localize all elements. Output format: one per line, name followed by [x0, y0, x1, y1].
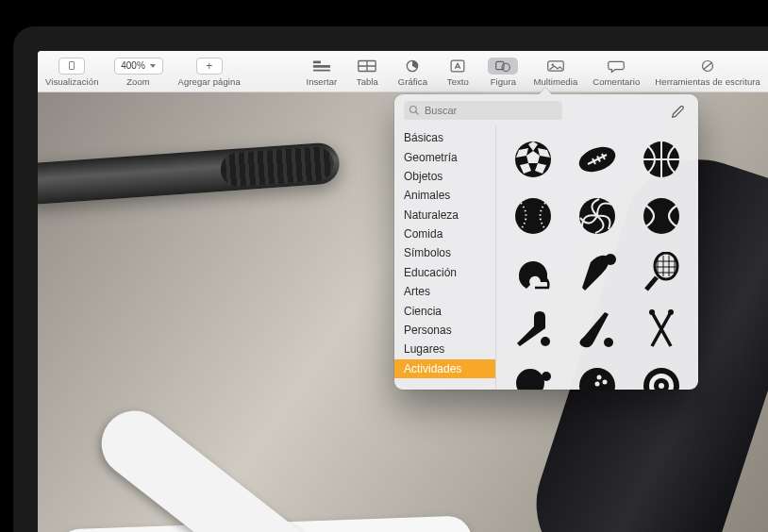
svg-point-13	[410, 106, 417, 112]
shape-icon	[488, 58, 518, 75]
category-artes[interactable]: Artes	[394, 282, 495, 301]
text-icon	[442, 58, 473, 75]
shape-dartboard[interactable]	[630, 358, 693, 390]
category-educación[interactable]: Educación	[394, 263, 495, 282]
category-actividades[interactable]: Actividades	[394, 359, 495, 378]
category-ciencia[interactable]: Ciencia	[394, 301, 495, 320]
shape-soccer-ball[interactable]	[502, 132, 564, 187]
shape-football-helmet[interactable]	[502, 245, 564, 300]
category-básicas[interactable]: Básicas	[394, 128, 495, 147]
svg-rect-7	[452, 60, 465, 72]
table-icon	[352, 58, 382, 75]
add-page-button[interactable]: + Agregar página	[171, 55, 248, 89]
category-símbolos[interactable]: Símbolos	[394, 243, 495, 262]
shape-grid	[496, 126, 698, 390]
svg-point-11	[551, 63, 553, 65]
draw-shape-button[interactable]	[668, 101, 689, 120]
media-button[interactable]: Multimedia	[526, 55, 585, 89]
text-label: Texto	[447, 76, 469, 87]
handlebar-illustration	[38, 141, 341, 206]
plus-icon: +	[196, 58, 223, 75]
category-lugares[interactable]: Lugares	[394, 340, 495, 358]
writing-tools-icon	[693, 58, 723, 75]
shape-bowling-ball[interactable]	[566, 358, 628, 390]
category-animales[interactable]: Animales	[394, 186, 495, 205]
app-window: Visualización 400% Zoom + Agregar página…	[38, 51, 768, 532]
shape-tennis-racket[interactable]	[630, 245, 693, 300]
chart-button[interactable]: Gráfica	[390, 55, 435, 89]
svg-point-9	[502, 63, 509, 71]
search-field-wrap	[404, 101, 660, 120]
zoom-label: Zoom	[126, 76, 150, 87]
media-label: Multimedia	[533, 76, 577, 87]
search-icon	[409, 105, 420, 116]
insert-icon	[307, 58, 337, 75]
shape-basketball[interactable]	[630, 132, 693, 187]
category-objetos[interactable]: Objetos	[394, 167, 495, 186]
shape-ski-poles[interactable]	[630, 302, 693, 357]
zoom-control[interactable]: 400% Zoom	[107, 55, 171, 89]
writing-tools-label: Herramientas de escritura	[655, 76, 760, 87]
pen-icon	[671, 103, 686, 118]
chart-icon	[397, 58, 427, 75]
category-personas[interactable]: Personas	[394, 321, 495, 340]
table-label: Tabla	[357, 76, 378, 87]
comment-button[interactable]: Comentario	[585, 55, 647, 89]
category-comida[interactable]: Comida	[394, 224, 495, 243]
shape-baseball[interactable]	[502, 189, 564, 243]
comment-label: Comentario	[593, 76, 640, 87]
laptop-bezel: Visualización 400% Zoom + Agregar página…	[13, 26, 768, 532]
table-button[interactable]: Tabla	[344, 55, 390, 89]
view-button[interactable]: Visualización	[38, 55, 107, 89]
shapes-popover: BásicasGeometríaObjetosAnimalesNaturalez…	[394, 94, 698, 390]
view-label: Visualización	[45, 76, 99, 87]
text-button[interactable]: Texto	[435, 55, 480, 89]
writing-tools-button[interactable]: Herramientas de escritura	[647, 55, 768, 89]
zoom-value[interactable]: 400%	[114, 58, 163, 75]
shape-tennis-ball[interactable]	[630, 189, 693, 243]
comment-icon	[601, 58, 631, 75]
shape-volleyball[interactable]	[566, 189, 628, 243]
toolbar: Visualización 400% Zoom + Agregar página…	[38, 51, 768, 92]
shape-label: Figura	[491, 76, 517, 87]
svg-rect-1	[313, 65, 330, 68]
insert-label: Insertar	[306, 76, 337, 87]
svg-rect-0	[313, 60, 321, 63]
add-page-label: Agregar página	[178, 76, 241, 87]
category-naturaleza[interactable]: Naturaleza	[394, 206, 495, 224]
shapes-search-input[interactable]	[404, 101, 562, 120]
svg-rect-2	[313, 69, 330, 71]
shape-baseball-bat[interactable]	[566, 245, 628, 300]
media-icon	[541, 58, 571, 75]
shape-category-list: BásicasGeometríaObjetosAnimalesNaturalez…	[394, 126, 496, 390]
chart-label: Gráfica	[398, 76, 427, 87]
bike-frame-illustration	[89, 397, 516, 532]
insert-button[interactable]: Insertar	[298, 55, 344, 89]
category-geometría[interactable]: Geometría	[394, 147, 495, 166]
shape-cricket-bat[interactable]	[502, 302, 564, 357]
shape-button[interactable]: Figura	[480, 55, 526, 89]
shape-american-football[interactable]	[566, 132, 628, 187]
shape-hockey-stick[interactable]	[566, 302, 628, 357]
svg-line-14	[416, 111, 419, 114]
shape-ping-pong-paddle[interactable]	[502, 358, 564, 390]
